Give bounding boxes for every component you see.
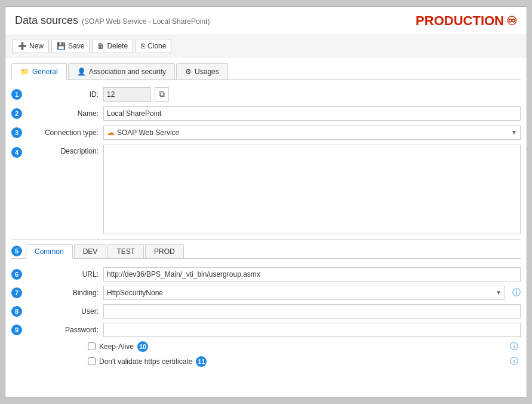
- id-field-row: ⧉: [103, 87, 169, 102]
- section-divider: [11, 239, 521, 240]
- toolbar: ➕ New 💾 Save 🗑 Delete ⎘ Clone: [5, 35, 527, 57]
- url-input[interactable]: [103, 267, 521, 281]
- badge-10: 10: [137, 341, 148, 352]
- badge-11: 11: [196, 356, 207, 367]
- soap-icon: ☁: [107, 128, 115, 137]
- user-lock-icon: 👤: [77, 68, 86, 76]
- badge-3: 3: [11, 127, 22, 138]
- subtab-common[interactable]: Common: [26, 244, 73, 259]
- no-validate-info-icon[interactable]: ⓘ: [510, 356, 518, 367]
- description-textarea[interactable]: [103, 145, 521, 234]
- password-label: Password:: [27, 326, 99, 334]
- id-input[interactable]: [103, 87, 151, 102]
- badge-2: 2: [11, 108, 22, 119]
- connection-type-label: Connection type:: [27, 128, 99, 137]
- keepalive-label: Keep-Alive: [99, 342, 134, 351]
- binding-row: 7 Binding: HttpSecurityNone BasicHttpBin…: [11, 286, 521, 300]
- url-row: 6 URL:: [11, 267, 521, 281]
- subtab-common-label: Common: [35, 247, 64, 256]
- name-input[interactable]: [103, 106, 521, 121]
- main-window: Data sources (SOAP Web Service - Local S…: [5, 7, 527, 398]
- tab-general[interactable]: 📁 General: [11, 63, 67, 80]
- new-icon: ➕: [18, 42, 27, 50]
- clone-button[interactable]: ⎘ Clone: [136, 39, 171, 53]
- tab-usages[interactable]: ⚙ Usages: [176, 63, 228, 79]
- badge-6: 6: [11, 269, 22, 280]
- new-label: New: [29, 42, 44, 50]
- brand-label: PRODUCTION ♾: [416, 13, 517, 29]
- save-button[interactable]: 💾 Save: [51, 39, 90, 53]
- no-validate-group: Don't validate https certificate 11: [88, 356, 207, 367]
- subtab-prod-label: PROD: [154, 247, 175, 256]
- badge-1: 1: [11, 89, 22, 100]
- subtab-dev[interactable]: DEV: [74, 244, 107, 258]
- new-button[interactable]: ➕ New: [13, 39, 49, 53]
- keepalive-row: Keep-Alive 10 ⓘ: [11, 341, 521, 352]
- connection-type-row: 3 Connection type: ☁ SOAP Web Service ▼: [11, 126, 521, 140]
- keepalive-info-icon[interactable]: ⓘ: [510, 341, 518, 352]
- brand-text: PRODUCTION: [416, 13, 504, 29]
- url-label: URL:: [27, 270, 99, 278]
- user-row: 8 User:: [11, 304, 521, 319]
- brand-icon: ♾: [506, 14, 517, 28]
- tab-association[interactable]: 👤 Association and security: [68, 63, 175, 79]
- keepalive-group: Keep-Alive 10: [88, 341, 148, 352]
- copy-icon: ⧉: [159, 89, 165, 99]
- binding-label: Binding:: [27, 289, 99, 297]
- no-validate-checkbox[interactable]: [88, 357, 96, 365]
- user-label: User:: [27, 307, 99, 316]
- sub-tabs: 5 Common DEV TEST PROD: [11, 244, 521, 259]
- subtab-dev-label: DEV: [83, 247, 98, 256]
- subtab-prod[interactable]: PROD: [145, 244, 184, 258]
- delete-icon: 🗑: [97, 42, 104, 50]
- page-title: Data sources: [15, 14, 78, 27]
- subtab-test[interactable]: TEST: [107, 244, 144, 258]
- badge-9: 9: [11, 325, 22, 335]
- keepalive-checkbox[interactable]: [88, 342, 96, 350]
- tab-usages-label: Usages: [195, 68, 219, 76]
- tab-association-label: Association and security: [89, 68, 166, 76]
- title-bar: Data sources (SOAP Web Service - Local S…: [5, 7, 527, 35]
- title-bar-left: Data sources (SOAP Web Service - Local S…: [15, 14, 210, 27]
- delete-button[interactable]: 🗑 Delete: [92, 39, 133, 53]
- binding-info-icon[interactable]: ⓘ: [512, 287, 521, 298]
- binding-select-wrapper: HttpSecurityNone BasicHttpBinding WSHttp…: [103, 286, 505, 300]
- badge-8: 8: [11, 306, 22, 317]
- id-copy-button[interactable]: ⧉: [155, 87, 169, 102]
- gear-icon: ⚙: [185, 68, 192, 76]
- password-row: 9 Password:: [11, 323, 521, 337]
- no-validate-label: Don't validate https certificate: [99, 357, 192, 366]
- name-row: 2 Name:: [11, 106, 521, 121]
- main-tabs: 📁 General 👤 Association and security ⚙ U…: [11, 63, 521, 80]
- badge-5: 5: [11, 246, 22, 256]
- binding-select[interactable]: HttpSecurityNone BasicHttpBinding WSHttp…: [103, 286, 505, 300]
- name-label: Name:: [27, 109, 99, 118]
- subtab-test-label: TEST: [116, 247, 135, 256]
- user-input[interactable]: [103, 304, 521, 319]
- clone-label: Clone: [147, 42, 166, 50]
- general-form: 1 ID: ⧉ 2 Name: 3 Connection type:: [11, 87, 521, 234]
- description-row: 4 Description:: [11, 145, 521, 234]
- content-area: 📁 General 👤 Association and security ⚙ U…: [5, 57, 527, 397]
- description-label: Description:: [27, 147, 99, 155]
- clone-icon: ⎘: [141, 42, 145, 50]
- id-label: ID:: [27, 90, 99, 99]
- connection-type-select[interactable]: SOAP Web Service: [103, 126, 521, 140]
- id-row: 1 ID: ⧉: [11, 87, 521, 102]
- password-input[interactable]: [103, 323, 521, 337]
- badge-4: 4: [11, 147, 22, 158]
- save-label: Save: [68, 42, 84, 50]
- folder-icon: 📁: [20, 68, 29, 76]
- page-subtitle: (SOAP Web Service - Local SharePoint): [82, 17, 210, 26]
- badge-7: 7: [11, 287, 22, 298]
- connection-type-wrapper: ☁ SOAP Web Service ▼: [103, 126, 521, 140]
- sub-form: 6 URL: 7 Binding: HttpSecurityNone Basic…: [11, 265, 521, 369]
- tab-general-label: General: [32, 68, 58, 76]
- save-icon: 💾: [57, 42, 66, 50]
- no-validate-row: Don't validate https certificate 11 ⓘ: [11, 356, 521, 367]
- delete-label: Delete: [107, 42, 128, 50]
